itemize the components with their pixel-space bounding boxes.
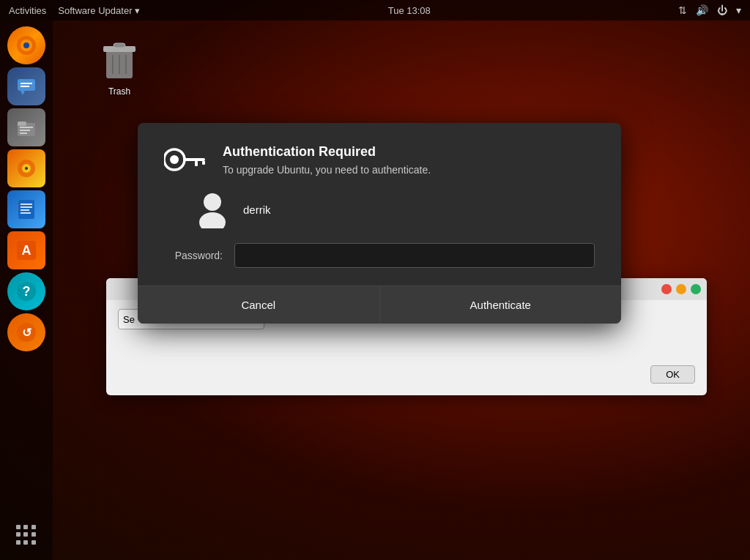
cancel-button[interactable]: Cancel (138, 286, 380, 324)
bg-dialog-minimize[interactable] (676, 284, 686, 294)
svg-rect-16 (21, 204, 32, 205)
svg-rect-9 (20, 127, 33, 128)
svg-point-33 (170, 155, 179, 164)
dock-item-help[interactable]: ? (7, 272, 45, 310)
topbar-clock: Tue 13:08 (388, 5, 431, 16)
auth-title: Authentication Required (223, 144, 431, 160)
power-icon[interactable]: ⏻ (717, 4, 727, 16)
svg-rect-36 (202, 161, 205, 165)
svg-rect-8 (18, 122, 26, 126)
auth-dialog: Authentication Required To upgrade Ubunt… (138, 123, 621, 324)
svg-point-38 (199, 212, 226, 228)
svg-rect-10 (20, 130, 30, 131)
system-menu-arrow[interactable]: ▾ (736, 4, 741, 16)
auth-password-row: Password: (164, 243, 595, 268)
svg-rect-18 (21, 209, 29, 211)
svg-rect-19 (21, 212, 31, 214)
svg-marker-4 (21, 91, 25, 95)
svg-rect-17 (21, 206, 32, 208)
svg-text:?: ? (23, 284, 31, 299)
auth-header: Authentication Required To upgrade Ubunt… (164, 143, 595, 176)
trash-desktop-icon[interactable]: Trash (99, 37, 140, 97)
dock-item-music[interactable] (7, 149, 45, 187)
key-icon (164, 143, 208, 176)
bg-dialog-ok-button[interactable]: OK (650, 365, 695, 384)
dock-item-messaging[interactable] (7, 67, 45, 105)
svg-rect-28 (114, 43, 125, 48)
user-avatar-icon (193, 190, 231, 228)
auth-user-row: derrik (193, 190, 595, 228)
authenticate-button[interactable]: Authenticate (380, 286, 622, 324)
topbar: Activities Software Updater ▾ Tue 13:08 … (0, 0, 750, 20)
dock-item-files[interactable] (7, 108, 45, 146)
network-icon[interactable]: ⇅ (678, 4, 687, 16)
dock-show-apps[interactable] (7, 516, 45, 554)
trash-icon-image (99, 37, 140, 83)
svg-text:↺: ↺ (22, 326, 31, 339)
bg-dialog-maximize[interactable] (691, 284, 701, 294)
bg-dialog-close[interactable] (661, 284, 672, 294)
svg-rect-34 (183, 158, 205, 161)
auth-dialog-footer: Cancel Authenticate (138, 285, 621, 324)
dock-item-appstore[interactable]: A (7, 231, 45, 269)
auth-username: derrik (243, 204, 271, 216)
trash-label: Trash (108, 86, 130, 97)
auth-subtitle: To upgrade Ubuntu, you need to authentic… (223, 164, 431, 176)
auth-dialog-body: Authentication Required To upgrade Ubunt… (138, 123, 621, 285)
svg-text:A: A (22, 243, 31, 258)
auth-password-input[interactable] (234, 243, 595, 268)
auth-title-block: Authentication Required To upgrade Ubunt… (223, 144, 431, 176)
dock-item-updater[interactable]: ↺ (7, 313, 45, 351)
svg-rect-35 (195, 161, 198, 166)
dock-item-firefox[interactable] (7, 26, 45, 64)
auth-password-label: Password: (164, 250, 223, 261)
svg-point-37 (204, 193, 221, 211)
svg-rect-11 (20, 132, 27, 134)
topbar-activities[interactable]: Activities (9, 5, 46, 16)
dock: A ? ↺ (0, 20, 53, 560)
topbar-app-name: Software Updater ▾ (58, 5, 140, 16)
svg-rect-3 (18, 79, 35, 91)
dock-item-texteditor[interactable] (7, 190, 45, 228)
svg-point-14 (25, 167, 28, 170)
svg-point-2 (23, 42, 29, 48)
volume-icon[interactable]: 🔊 (696, 4, 708, 16)
